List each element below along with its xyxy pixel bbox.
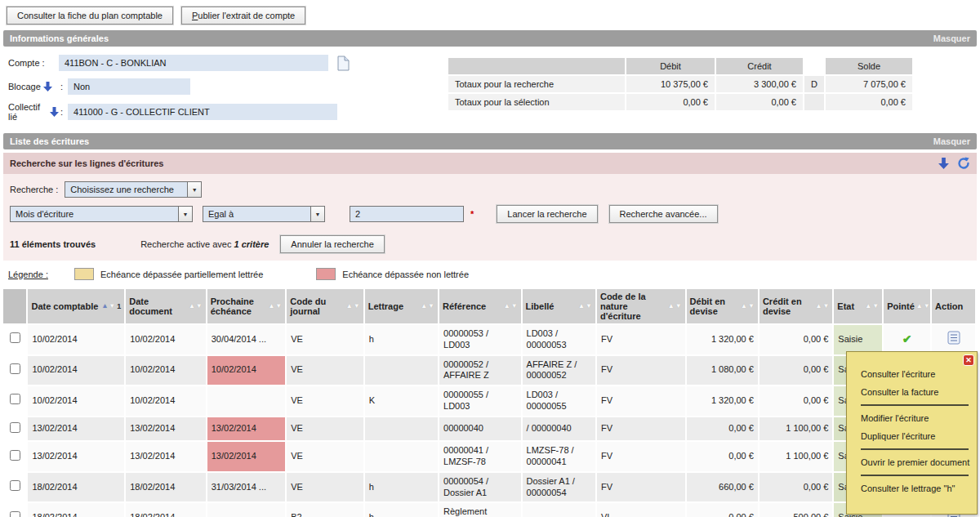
- cell-credit: 1 100,00 €: [759, 441, 833, 472]
- document-icon[interactable]: [336, 56, 350, 71]
- sort-arrows-icon[interactable]: ▲▼: [189, 303, 203, 310]
- sort-arrows-icon[interactable]: ▲▼: [668, 303, 682, 310]
- masquer-liste-button[interactable]: Masquer: [933, 136, 970, 146]
- blocage-field[interactable]: Non: [68, 78, 190, 95]
- action-menu-icon[interactable]: [947, 331, 960, 345]
- collectif-lie-field[interactable]: 411000 - G - COLLECTIF CLIENT: [68, 104, 337, 120]
- compte-field[interactable]: 411BON - C - BONKLIAN: [59, 55, 328, 71]
- col-header-etat[interactable]: Etat▲▼: [833, 288, 883, 324]
- annuler-recherche-button[interactable]: Annuler la recherche: [280, 235, 385, 253]
- row-checkbox[interactable]: [10, 394, 20, 404]
- menu-item-consulter-lettrage[interactable]: Consulter le lettrage "h": [847, 479, 977, 497]
- menu-item-modifier-ecriture[interactable]: Modifier l'écriture: [847, 409, 977, 427]
- row-checkbox[interactable]: [10, 450, 20, 461]
- menu-item-dupliquer-ecriture[interactable]: Dupliquer l'écriture: [847, 427, 977, 445]
- totals-selection-row: Totaux pour la sélection 0,00 € 0,00 € 0…: [448, 93, 913, 111]
- col-header-label: Lettrage: [368, 301, 403, 311]
- row-checkbox[interactable]: [10, 422, 20, 433]
- col-header-nature[interactable]: Code de la nature d'écriture▲▼: [596, 288, 686, 324]
- sort-arrows-icon[interactable]: ▲▼: [865, 303, 879, 310]
- criteria-field-select[interactable]: Mois d'écriture ▼: [10, 206, 193, 222]
- sort-arrows-icon[interactable]: ▲▼: [268, 303, 282, 310]
- cell-lettrage: h: [364, 324, 439, 355]
- sort-arrows-icon[interactable]: ▲▼: [504, 303, 518, 310]
- col-header-credit[interactable]: Crédit en devise▲▼: [759, 288, 833, 324]
- totals-credit-header: Crédit: [715, 57, 804, 75]
- cell-credit: 500,00 €: [759, 502, 833, 517]
- cell-date-document: 10/02/2014: [125, 355, 207, 386]
- criteria-operator-select[interactable]: Egal à ▼: [203, 206, 325, 222]
- col-header-label: Action: [935, 301, 963, 311]
- cell-select: [2, 472, 27, 503]
- col-header-pointe[interactable]: Pointé▲▼: [883, 288, 931, 324]
- refresh-icon[interactable]: [957, 157, 970, 170]
- criteria-value-input[interactable]: [350, 206, 464, 222]
- row-checkbox[interactable]: [10, 511, 20, 517]
- col-header-lettrage[interactable]: Lettrage▲▼: [364, 288, 439, 324]
- col-header-prochaine-echeance[interactable]: Prochaine échéance▲▼: [207, 288, 286, 324]
- criteria-row: Mois d'écriture ▼ Egal à ▼ * Lancer la r…: [3, 198, 977, 223]
- col-header-date-comptable[interactable]: Date comptable▲▼1: [27, 288, 125, 324]
- cell-select: [2, 386, 27, 417]
- sort-arrows-icon[interactable]: ▲▼: [421, 303, 434, 310]
- consulter-plan-comptable-button[interactable]: Consulter la fiche du plan comptable: [7, 7, 173, 25]
- cell-reference: 00000054 / Dossier A1: [439, 472, 522, 503]
- sort-arrows-icon[interactable]: ▲▼: [815, 303, 829, 310]
- cell-select: [2, 324, 27, 355]
- saved-search-select[interactable]: Choisissez une recherche ▼: [65, 181, 202, 198]
- entry-row: 13/02/201413/02/201413/02/2014VE00000041…: [2, 441, 976, 472]
- infos-generales-title: Informations générales: [10, 33, 109, 43]
- cell-lettrage: h: [364, 502, 439, 517]
- recherche-avancee-button[interactable]: Recherche avancée...: [609, 205, 718, 223]
- legend-item-text: Echéance dépassée partiellement lettrée: [100, 270, 263, 279]
- publier-extrait-button[interactable]: Publier l'extrait de compte: [181, 7, 305, 25]
- lancer-recherche-button[interactable]: Lancer la recherche: [497, 205, 597, 223]
- cell-select: [2, 441, 27, 472]
- entries-table: Date comptable▲▼1Date document▲▼Prochain…: [2, 287, 977, 517]
- cell-debit: 1 320,00 €: [686, 386, 759, 417]
- row-checkbox[interactable]: [10, 363, 20, 374]
- cell-nature: FV: [596, 355, 686, 386]
- sort-arrows-icon[interactable]: ▲▼: [741, 303, 755, 310]
- totals-debit-value: 10 375,00 €: [626, 75, 715, 93]
- sort-arrows-icon[interactable]: ▲▼: [578, 303, 592, 310]
- close-icon[interactable]: ✕: [963, 354, 974, 366]
- menu-item-consulter-facture[interactable]: Consulter la facture: [847, 383, 977, 401]
- row-checkbox[interactable]: [10, 332, 20, 343]
- cell-lettrage: [364, 417, 439, 442]
- menu-item-ouvrir-premier-document[interactable]: Ouvrir le premier document: [847, 453, 977, 471]
- cell-libelle: [522, 502, 596, 517]
- blocage-arrow-icon[interactable]: [43, 82, 52, 91]
- row-checkbox[interactable]: [10, 480, 20, 491]
- col-header-label: Date comptable: [31, 301, 98, 311]
- col-header-libelle[interactable]: Libellé▲▼: [522, 288, 596, 324]
- col-header-code-journal[interactable]: Code du journal▲▼: [286, 288, 363, 324]
- cell-select: [2, 355, 27, 386]
- cell-code-journal: VE: [286, 324, 363, 355]
- col-header-reference[interactable]: Référence▲▼: [439, 288, 522, 324]
- col-header-date-document[interactable]: Date document▲▼: [125, 288, 207, 324]
- col-header-label: Débit en devise: [690, 296, 740, 316]
- cell-reference: Règlement 00000035: [439, 502, 522, 517]
- cell-date-document: 10/02/2014: [125, 324, 207, 355]
- totals-table-wrap: Débit Crédit Solde Totaux pour la recher…: [447, 55, 914, 127]
- totals-credit-value: 0,00 €: [715, 93, 804, 111]
- col-header-debit[interactable]: Débit en devise▲▼: [686, 288, 759, 324]
- collectif-arrow-icon[interactable]: [50, 107, 59, 117]
- masquer-infos-button[interactable]: Masquer: [933, 33, 970, 43]
- cell-debit: 0,00 €: [686, 417, 759, 442]
- sort-arrows-icon[interactable]: ▲▼: [916, 303, 930, 310]
- cell-code-journal: VE: [286, 355, 363, 386]
- active-criteria-count: 1 critère: [234, 239, 270, 249]
- cell-code-journal: VE: [286, 386, 363, 417]
- cell-prochaine-echeance: 10/02/2014: [207, 355, 286, 386]
- infos-generales-body: Compte : 411BON - C - BONKLIAN Blocage :…: [0, 47, 980, 133]
- sort-arrows-icon[interactable]: ▲▼: [346, 303, 360, 310]
- sort-arrows-icon[interactable]: ▲▼: [101, 303, 115, 310]
- menu-item-consulter-ecriture[interactable]: Consulter l'écriture: [847, 365, 977, 383]
- cell-date-comptable: 10/02/2014: [27, 355, 125, 386]
- col-header-action: Action: [931, 288, 976, 324]
- export-arrow-icon[interactable]: [938, 158, 949, 169]
- cell-reference: 00000052 / AFFAIRE Z: [439, 355, 522, 386]
- totals-solde-value: 0,00 €: [825, 93, 913, 111]
